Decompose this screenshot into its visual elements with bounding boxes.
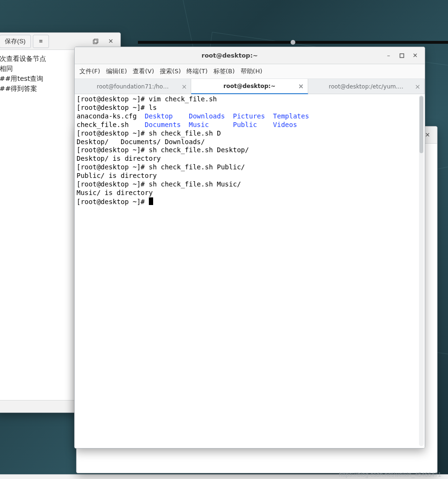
close-icon[interactable]: ✕ (409, 49, 422, 62)
tab-label: root@foundation71:/ho… (97, 83, 169, 90)
terminal-titlebar[interactable]: root@desktop:~ – ✕ (75, 47, 425, 64)
window-title: root@desktop:~ (202, 52, 258, 59)
terminal-tab[interactable]: root@desktop:~× (191, 79, 308, 94)
tab-close-icon[interactable]: × (415, 83, 420, 90)
terminal-tabbar[interactable]: root@foundation71:/ho…×root@desktop:~×ro… (75, 79, 425, 94)
terminal-line: check_file.sh Documents Music Public Vid… (77, 121, 423, 129)
terminal-line: [root@desktop ~]# sh check_file.sh D (77, 129, 423, 138)
tab-label: root@desktop:~ (224, 83, 275, 89)
menu-tabs[interactable]: 标签(B) (214, 67, 235, 76)
terminal-tab[interactable]: root@foundation71:/ho…× (75, 79, 191, 94)
hamburger-menu-button[interactable]: ≡ (33, 35, 49, 48)
top-panel (138, 41, 448, 44)
svg-rect-0 (93, 40, 97, 44)
scrollbar[interactable] (419, 95, 424, 446)
terminal-line: Public/ is directory (77, 172, 423, 180)
terminal-line: [root@desktop ~]# sh check_file.sh Deskt… (77, 146, 423, 155)
menu-help[interactable]: 帮助(H) (241, 67, 263, 76)
menu-view[interactable]: 查看(V) (133, 67, 154, 76)
terminal-line: [root@desktop ~]# sh check_file.sh Music… (77, 180, 423, 189)
terminal-line: Music/ is directory (77, 189, 423, 197)
svg-rect-1 (94, 39, 98, 43)
menu-edit[interactable]: 编辑(E) (106, 67, 127, 76)
terminal-line: Desktop/ Documents/ Downloads/ (77, 138, 423, 147)
terminal-tab[interactable]: root@desktop:/etc/yum.…× (308, 79, 425, 94)
close-icon[interactable]: ✕ (104, 35, 117, 48)
maximize-icon[interactable] (395, 49, 409, 62)
terminal-menubar[interactable]: 文件(F) 编辑(E) 查看(V) 搜索(S) 终端(T) 标签(B) 帮助(H… (75, 64, 425, 79)
tab-label: root@desktop:/etc/yum.… (329, 83, 403, 90)
terminal-output[interactable]: [root@desktop ~]# vim check_file.sh[root… (75, 94, 425, 448)
terminal-line: [root@desktop ~]# (77, 197, 423, 206)
terminal-line: Desktop/ is directory (77, 155, 423, 163)
menu-file[interactable]: 文件(F) (79, 67, 100, 76)
minimize-icon[interactable]: – (382, 49, 395, 62)
terminal-line: anaconda-ks.cfg Desktop Downloads Pictur… (77, 112, 423, 121)
hamburger-icon: ≡ (39, 38, 43, 45)
terminal-line: [root@desktop ~]# vim check_file.sh (77, 95, 423, 104)
tab-close-icon[interactable]: × (298, 82, 304, 90)
svg-rect-2 (400, 54, 404, 58)
restore-icon[interactable] (89, 35, 102, 48)
tab-close-icon[interactable]: × (182, 83, 187, 90)
terminal-line: [root@desktop ~]# sh check_file.sh Publi… (77, 163, 423, 172)
watermark-text: https://blog.csdn.net/weixin_45466471 (339, 471, 441, 478)
save-button[interactable]: 保存(S) (0, 35, 31, 48)
menu-terminal[interactable]: 终端(T) (186, 67, 207, 76)
menu-search[interactable]: 搜索(S) (160, 67, 181, 76)
terminal-line: [root@desktop ~]# ls (77, 104, 423, 112)
terminal-cursor (149, 197, 153, 205)
terminal-window: root@desktop:~ – ✕ 文件(F) 编辑(E) 查看(V) 搜索(… (74, 47, 425, 449)
